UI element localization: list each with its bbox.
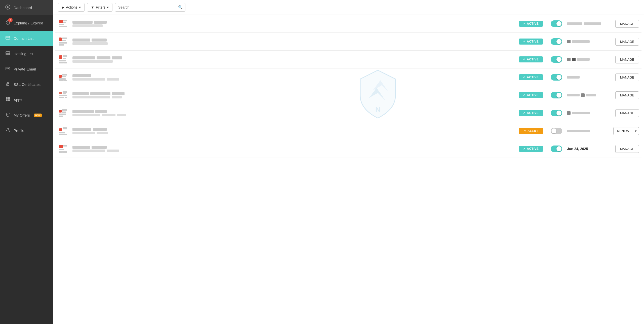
svg-rect-24 xyxy=(59,26,63,27)
toggle-wrap[interactable] xyxy=(550,74,563,81)
toggle-wrap[interactable] xyxy=(550,146,563,152)
toggle-wrap[interactable] xyxy=(550,20,563,27)
svg-rect-42 xyxy=(59,80,64,81)
manage-button[interactable]: MANAGE xyxy=(615,56,639,63)
search-input[interactable] xyxy=(115,3,185,12)
svg-rect-58 xyxy=(59,134,63,135)
manage-button[interactable]: MANAGE xyxy=(615,74,639,81)
sidebar-item-apps[interactable]: Apps xyxy=(0,92,53,107)
row-actions: MANAGE xyxy=(611,91,639,99)
status-badge: ✓ ACTIVE xyxy=(519,74,543,80)
play-icon: ▶ xyxy=(62,5,64,9)
manage-button[interactable]: MANAGE xyxy=(615,91,639,99)
actions-button[interactable]: ▶ Actions ▾ xyxy=(58,3,85,12)
domain-info xyxy=(72,74,512,81)
toggle[interactable] xyxy=(551,74,562,81)
svg-rect-64 xyxy=(63,151,67,153)
manage-button[interactable]: MANAGE xyxy=(615,109,639,117)
domain-name-text xyxy=(72,21,93,24)
toggle[interactable] xyxy=(551,20,562,27)
svg-rect-40 xyxy=(62,76,66,77)
toggle-wrap[interactable] xyxy=(550,110,563,116)
manage-button[interactable]: MANAGE xyxy=(615,145,639,153)
domain-sub-extra xyxy=(107,78,119,81)
svg-line-4 xyxy=(8,23,9,23)
table-row: ✓ ACTIVE MANAGE xyxy=(55,33,641,51)
svg-rect-22 xyxy=(63,22,66,23)
svg-rect-16 xyxy=(8,97,10,99)
table-row: ✓ ACTIVE MANAGE xyxy=(55,86,641,104)
domain-name-text xyxy=(72,110,94,113)
toggle-wrap[interactable] xyxy=(550,92,563,98)
sidebar-item-hosting-list[interactable]: Hosting List xyxy=(0,46,53,61)
manage-button[interactable]: MANAGE xyxy=(615,20,639,28)
domain-info xyxy=(72,92,512,98)
status-badge: ✓ ACTIVE xyxy=(519,110,543,116)
status-badge: ✓ ACTIVE xyxy=(519,92,543,98)
status-badge: ✓ ACTIVE xyxy=(519,56,543,62)
date-col xyxy=(567,58,607,61)
toggle-wrap[interactable] xyxy=(550,128,563,134)
manage-button[interactable]: MANAGE xyxy=(615,38,639,46)
sidebar-item-dashboard[interactable]: Dashboard xyxy=(0,0,53,15)
domain-icon xyxy=(5,35,11,42)
table-row: ⚠ ALERT RENEW ▾ xyxy=(55,122,641,140)
domain-logo xyxy=(58,18,68,29)
date-text xyxy=(567,40,571,43)
svg-rect-43 xyxy=(64,80,67,81)
toggle[interactable] xyxy=(551,146,562,152)
domain-info xyxy=(72,56,512,63)
status-badge: ✓ ACTIVE xyxy=(519,146,543,152)
domain-logo xyxy=(58,108,68,118)
toolbar: ▶ Actions ▾ ▼ Filters ▾ 🔍 xyxy=(53,0,644,15)
table-row: ✓ ACTIVE MANAGE xyxy=(55,51,641,68)
main-content: ▶ Actions ▾ ▼ Filters ▾ 🔍 xyxy=(53,0,644,324)
sidebar-item-expiring[interactable]: Expiring / Expired 7 xyxy=(0,15,53,31)
svg-rect-26 xyxy=(59,38,62,41)
svg-rect-21 xyxy=(63,20,67,21)
dashboard-icon xyxy=(5,5,11,11)
sidebar-item-my-offers[interactable]: My Offers NEW xyxy=(0,107,53,123)
svg-rect-52 xyxy=(62,112,66,113)
domain-name-text xyxy=(72,92,89,95)
svg-rect-63 xyxy=(59,151,63,153)
toggle[interactable] xyxy=(551,92,562,98)
renew-button[interactable]: RENEW xyxy=(613,127,633,135)
sidebar-item-label: Hosting List xyxy=(14,52,33,56)
svg-rect-34 xyxy=(59,60,66,61)
sidebar-item-private-email[interactable]: Private Email xyxy=(0,61,53,77)
sidebar-item-ssl[interactable]: SSL Certificates xyxy=(0,77,53,92)
toggle-knob xyxy=(556,146,561,151)
domain-logo xyxy=(58,126,68,136)
toggle[interactable] xyxy=(551,56,562,63)
sidebar-item-profile[interactable]: Profile xyxy=(0,123,53,138)
renew-dropdown-button[interactable]: ▾ xyxy=(633,127,639,135)
domain-sub-text xyxy=(72,24,103,27)
table-row: ✓ ACTIVE MANAGE xyxy=(55,15,641,33)
sidebar-item-label: Profile xyxy=(14,128,24,133)
domain-table: ✓ ACTIVE MANAGE xyxy=(53,15,644,324)
sidebar-item-label: Dashboard xyxy=(14,6,32,10)
sidebar-item-label: Domain List xyxy=(14,36,33,41)
svg-rect-62 xyxy=(59,149,64,150)
filters-button[interactable]: ▼ Filters ▾ xyxy=(87,3,112,12)
domain-logo xyxy=(58,54,68,65)
sidebar-item-domain-list[interactable]: Domain List xyxy=(0,31,53,46)
svg-rect-44 xyxy=(59,92,62,94)
date-icon xyxy=(567,111,571,115)
svg-rect-7 xyxy=(7,37,8,37)
toggle[interactable] xyxy=(551,110,562,116)
date-col: Jun 24, 2025 xyxy=(567,147,607,151)
svg-rect-50 xyxy=(59,110,62,113)
toggle-wrap[interactable] xyxy=(550,56,563,63)
toggle-knob xyxy=(551,128,556,133)
svg-rect-57 xyxy=(59,132,65,133)
new-badge: NEW xyxy=(34,114,42,117)
date-col xyxy=(567,111,607,115)
svg-rect-12 xyxy=(6,67,10,70)
ssl-icon xyxy=(5,81,11,88)
toggle[interactable] xyxy=(551,38,562,45)
toggle-wrap[interactable] xyxy=(550,38,563,45)
date-text: Jun 24, 2025 xyxy=(567,147,588,151)
toggle[interactable] xyxy=(551,128,562,134)
